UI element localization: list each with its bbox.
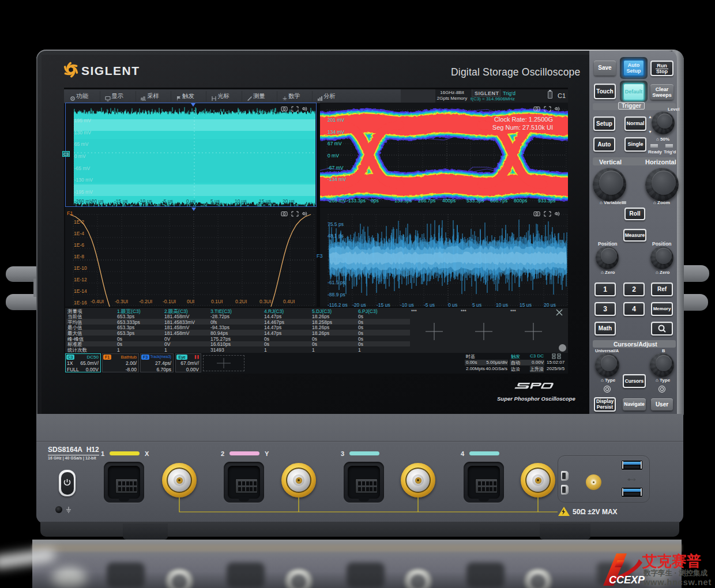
svg-text:数字孪生 · 测控集成: 数字孪生 · 测控集成 bbox=[643, 569, 708, 577]
svg-text:www.hncsw.net: www.hncsw.net bbox=[643, 578, 712, 587]
svg-text:CCEXP: CCEXP bbox=[609, 574, 645, 586]
svg-text:Super Phosphor Oscilloscope: Super Phosphor Oscilloscope bbox=[497, 395, 575, 402]
svg-text:艾克赛普: 艾克赛普 bbox=[642, 553, 701, 569]
